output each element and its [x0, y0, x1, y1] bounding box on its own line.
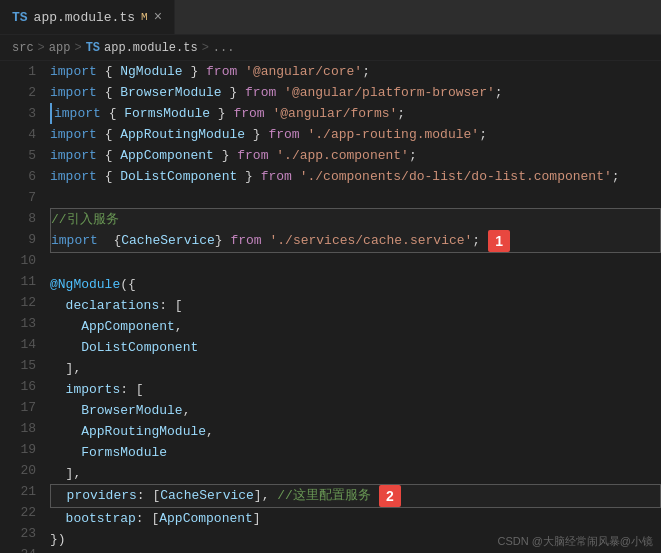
line-11: @NgModule({: [50, 274, 661, 295]
line-20: ],: [50, 463, 661, 484]
badge-2: 2: [379, 485, 401, 507]
line-2: import { BrowserModule } from '@angular/…: [50, 82, 661, 103]
breadcrumb-file: app.module.ts: [104, 41, 198, 55]
editor: 1 2 3 4 5 6 7 8 9 10 11 12 13 14 15 16 1…: [0, 61, 661, 553]
code-area[interactable]: 1 2 3 4 5 6 7 8 9 10 11 12 13 14 15 16 1…: [0, 61, 661, 553]
badge-1: 1: [488, 230, 510, 252]
line-7: [50, 187, 661, 208]
code-lines: import { NgModule } from '@angular/core'…: [46, 61, 661, 553]
line-16: imports: [: [50, 379, 661, 400]
active-tab[interactable]: TS app.module.ts M ×: [0, 0, 175, 34]
modified-indicator: M: [141, 11, 148, 23]
breadcrumb-sep2: >: [74, 41, 81, 55]
line-15: ],: [50, 358, 661, 379]
line-17: BrowserModule,: [50, 400, 661, 421]
tab-bar: TS app.module.ts M ×: [0, 0, 661, 35]
breadcrumb-ts-label: TS: [86, 41, 100, 55]
line-10: [50, 253, 661, 274]
line-numbers: 1 2 3 4 5 6 7 8 9 10 11 12 13 14 15 16 1…: [0, 61, 46, 553]
line-6: import { DoListComponent } from './compo…: [50, 166, 661, 187]
line-3: import { FormsModule } from '@angular/fo…: [50, 103, 661, 124]
line-8: //引入服务: [50, 208, 661, 230]
breadcrumb-dots: ...: [213, 41, 235, 55]
close-tab-icon[interactable]: ×: [154, 9, 162, 25]
line-22: bootstrap: [AppComponent]: [50, 508, 661, 529]
tab-filename: app.module.ts: [34, 10, 135, 25]
line-5: import { AppComponent } from './app.comp…: [50, 145, 661, 166]
line-21: providers: [CacheService], //这里配置服务2: [50, 484, 661, 508]
breadcrumb: src > app > TS app.module.ts > ...: [0, 35, 661, 61]
breadcrumb-app: app: [49, 41, 71, 55]
line-14: DoListComponent: [50, 337, 661, 358]
breadcrumb-sep3: >: [202, 41, 209, 55]
watermark: CSDN @大脑经常闹风暴@小镜: [497, 534, 653, 549]
line-19: FormsModule: [50, 442, 661, 463]
ts-label: TS: [12, 10, 28, 25]
line-13: AppComponent,: [50, 316, 661, 337]
line-9: import {CacheService} from './services/c…: [50, 230, 661, 253]
line-1: import { NgModule } from '@angular/core'…: [50, 61, 661, 82]
line-4: import { AppRoutingModule } from './app-…: [50, 124, 661, 145]
line-18: AppRoutingModule,: [50, 421, 661, 442]
line-12: declarations: [: [50, 295, 661, 316]
breadcrumb-src: src: [12, 41, 34, 55]
breadcrumb-sep1: >: [38, 41, 45, 55]
